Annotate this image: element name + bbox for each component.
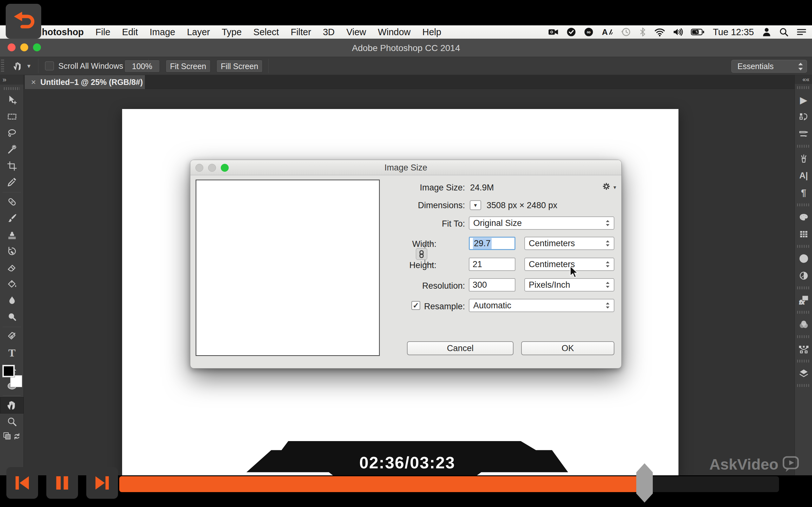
hand-tool[interactable] (0, 397, 24, 413)
menu-3d[interactable]: 3D (323, 27, 335, 38)
progress-track[interactable] (119, 476, 779, 492)
tool-preset-caret-icon[interactable]: ▾ (27, 62, 31, 70)
menu-image[interactable]: Image (150, 27, 175, 38)
eyedropper-tool[interactable] (0, 174, 24, 191)
brush-presets-panel-icon[interactable] (795, 125, 812, 143)
move-tool[interactable] (0, 92, 24, 108)
volume-icon[interactable] (673, 27, 683, 37)
menu-help[interactable]: Help (422, 27, 441, 38)
rectangular-marquee-tool[interactable] (0, 108, 24, 125)
paint-bucket-tool[interactable] (0, 276, 24, 292)
time-machine-clock-icon[interactable] (621, 27, 631, 37)
blur-tool[interactable] (0, 292, 24, 309)
crop-tool[interactable] (0, 158, 24, 174)
document-tab-bar: × Untitled–1 @ 25% (RGB/8#) (24, 75, 795, 89)
adjustments-panel-icon[interactable] (795, 267, 812, 284)
dodge-tool[interactable] (0, 309, 24, 326)
bluetooth-icon[interactable] (639, 27, 647, 37)
eraser-tool[interactable] (0, 260, 24, 276)
svg-text:∞: ∞ (802, 255, 806, 262)
next-button[interactable] (86, 467, 118, 499)
battery-charging-icon[interactable] (691, 27, 705, 37)
menu-file[interactable]: File (96, 27, 110, 38)
layers-panel-icon[interactable] (795, 365, 812, 382)
panel-dock: «« ▶ A| ¶ ∞ fx (795, 75, 812, 507)
menu-edit[interactable]: Edit (122, 27, 138, 38)
tab-close-icon[interactable]: × (31, 77, 36, 87)
menubar-status-area: ∞ A Tue 12:35 (548, 25, 807, 39)
resolution-input[interactable]: 300 (469, 278, 515, 291)
fit-screen-button[interactable]: Fit Screen (165, 60, 211, 72)
pause-button[interactable] (46, 467, 78, 499)
hand-tool-options-icon[interactable] (12, 60, 24, 74)
foreground-color-swatch[interactable] (3, 365, 14, 377)
askvideo-watermark: AskVideo (709, 455, 800, 473)
history-panel-icon[interactable] (795, 108, 812, 125)
fit-to-dropdown[interactable]: Original Size (469, 216, 614, 230)
wifi-icon[interactable] (654, 27, 665, 37)
menu-view[interactable]: View (346, 27, 366, 38)
width-unit-dropdown[interactable]: Centimeters (524, 237, 614, 250)
menu-type[interactable]: Type (222, 27, 242, 38)
notification-list-icon[interactable] (796, 27, 807, 37)
height-input[interactable]: 21 (469, 258, 515, 271)
workspace-selector-value: Essentials (738, 62, 774, 71)
magic-wand-tool[interactable] (0, 141, 24, 158)
zoom-100-button[interactable]: 100% (124, 60, 160, 72)
cancel-button[interactable]: Cancel (407, 341, 513, 355)
dialog-titlebar[interactable]: Image Size (190, 160, 621, 175)
paths-panel-icon[interactable] (795, 340, 812, 357)
zoom-tool[interactable] (0, 413, 24, 430)
dimensions-disclosure-button[interactable]: ▼ (470, 200, 481, 210)
dock-grip-7 (797, 335, 810, 338)
tool-presets-panel-icon[interactable] (795, 150, 812, 167)
swap-colors-group[interactable] (0, 430, 24, 443)
collapse-tools-icon[interactable]: » (0, 75, 23, 84)
menu-layer[interactable]: Layer (187, 27, 210, 38)
adobe-app-icon[interactable]: A (601, 27, 614, 37)
image-size-label: Image Size: (367, 183, 465, 193)
ok-button[interactable]: OK (521, 341, 614, 355)
width-input[interactable]: 29.7 (469, 237, 515, 250)
libraries-panel-icon[interactable]: ∞ (795, 250, 812, 267)
brush-tool[interactable] (0, 210, 24, 227)
type-tool[interactable]: T (0, 345, 24, 361)
lasso-tool[interactable] (0, 125, 24, 141)
menu-filter[interactable]: Filter (291, 27, 311, 38)
next-icon (93, 474, 111, 492)
menu-select[interactable]: Select (253, 27, 279, 38)
menubar-clock[interactable]: Tue 12:35 (712, 27, 755, 38)
expand-panels-icon[interactable]: «« (795, 75, 812, 84)
menu-photoshop[interactable]: hotoshop (42, 27, 84, 38)
scroll-all-windows-checkbox[interactable] (45, 61, 54, 70)
image-size-value: 24.9M (470, 183, 494, 193)
gear-icon[interactable] (601, 181, 612, 194)
video-camera-icon[interactable] (548, 27, 559, 37)
history-brush-tool[interactable] (0, 243, 24, 260)
pen-tool[interactable] (0, 328, 24, 345)
resolution-unit-value: Pixels/Inch (529, 280, 570, 290)
styles-panel-icon[interactable]: fx (795, 291, 812, 308)
user-icon[interactable] (762, 27, 771, 37)
spot-healing-brush-tool[interactable] (0, 193, 24, 210)
document-tab[interactable]: × Untitled–1 @ 25% (RGB/8#) (25, 75, 145, 89)
actions-panel-icon[interactable]: ▶ (795, 91, 812, 108)
resample-dropdown[interactable]: Automatic (469, 299, 614, 312)
workspace-selector[interactable]: Essentials (731, 60, 807, 72)
paragraph-panel-icon[interactable]: ¶ (795, 184, 812, 201)
creative-cloud-icon[interactable]: ∞ (583, 27, 594, 37)
fill-screen-button[interactable]: Fill Screen (216, 60, 263, 72)
character-panel-icon[interactable]: A| (795, 167, 812, 184)
channels-panel-icon[interactable] (795, 316, 812, 333)
constrain-proportions-icon[interactable] (416, 248, 427, 260)
disclosure-triangle-icon: ▼ (473, 203, 478, 208)
gear-caret-icon: ▾ (613, 184, 616, 191)
search-icon[interactable] (779, 27, 789, 37)
previous-button[interactable] (6, 467, 38, 499)
clone-stamp-tool[interactable] (0, 227, 24, 243)
color-grid-panel-icon[interactable] (795, 226, 812, 243)
back-button[interactable] (6, 4, 41, 39)
swatches-panel-icon[interactable] (795, 209, 812, 226)
menu-window[interactable]: Window (378, 27, 410, 38)
check-badge-icon[interactable] (566, 27, 576, 37)
